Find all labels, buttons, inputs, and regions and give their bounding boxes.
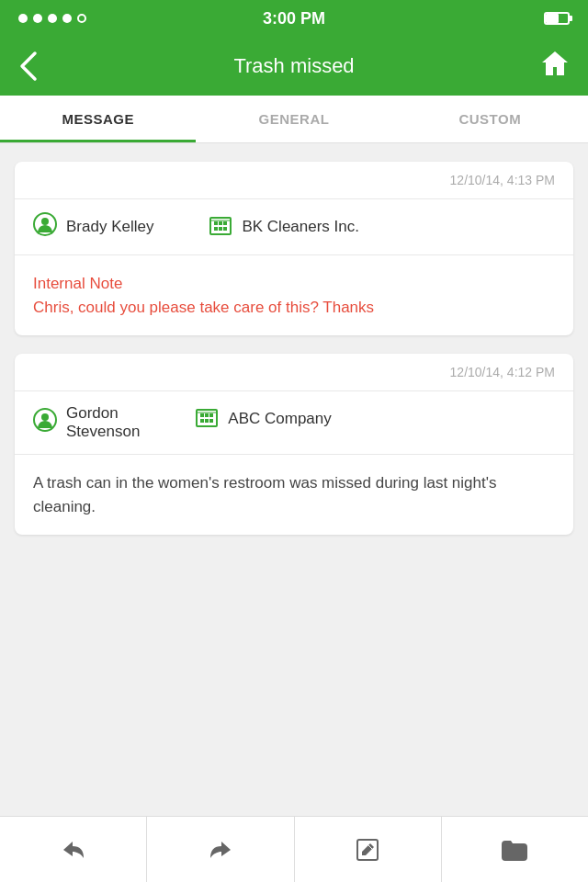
svg-point-1	[41, 218, 49, 225]
card-2-company-name: ABC Company	[228, 410, 331, 428]
battery-fill	[546, 14, 559, 23]
message-card-1: 12/10/14, 4:13 PM Brady Kelley	[15, 162, 573, 335]
home-button[interactable]	[540, 49, 570, 85]
card-2-body-text: A trash can in the women's restroom was …	[33, 474, 496, 515]
tab-custom[interactable]: CUSTOM	[392, 96, 588, 142]
svg-rect-7	[219, 227, 222, 231]
dot-1	[18, 14, 28, 23]
dot-3	[48, 14, 57, 23]
svg-rect-4	[219, 221, 222, 225]
card-2-header: 12/10/14, 4:12 PM	[15, 354, 573, 391]
card-1-body-text: Internal NoteChris, could you please tak…	[33, 275, 374, 316]
svg-rect-5	[223, 221, 227, 225]
card-2-meta: GordonStevenson ABC Company	[15, 391, 573, 455]
status-bar: 3:00 PM	[0, 0, 588, 37]
dot-2	[33, 14, 42, 23]
reply-icon	[60, 836, 87, 864]
reply-button[interactable]	[0, 817, 147, 882]
company-icon-2	[195, 404, 219, 434]
svg-rect-12	[200, 413, 204, 417]
svg-rect-15	[200, 419, 204, 423]
page-title: Trash missed	[233, 54, 354, 78]
svg-rect-17	[209, 419, 213, 423]
tab-general[interactable]: GENERAL	[196, 96, 391, 142]
person-icon-2	[33, 408, 57, 437]
folder-icon	[500, 837, 529, 863]
svg-rect-16	[205, 419, 209, 423]
card-2-timestamp: 12/10/14, 4:12 PM	[450, 365, 555, 379]
card-2-person: GordonStevenson	[33, 404, 140, 441]
content-area: 12/10/14, 4:13 PM Brady Kelley	[0, 143, 588, 553]
svg-rect-3	[214, 221, 218, 225]
svg-rect-13	[205, 413, 209, 417]
card-1-company: BK Cleaners Inc.	[209, 212, 359, 242]
svg-rect-8	[223, 227, 227, 231]
battery-icon	[544, 12, 570, 25]
forward-button[interactable]	[147, 817, 294, 882]
svg-point-10	[41, 413, 49, 421]
folder-button[interactable]	[442, 817, 588, 882]
signal-dots	[18, 14, 86, 23]
back-button[interactable]	[18, 50, 39, 83]
card-1-body: Internal NoteChris, could you please tak…	[15, 255, 573, 335]
svg-rect-6	[214, 227, 218, 231]
header: Trash missed	[0, 37, 588, 96]
card-2-body: A trash can in the women's restroom was …	[15, 455, 573, 535]
message-card-2: 12/10/14, 4:12 PM GordonStevenson	[15, 354, 573, 535]
card-2-person-name: GordonStevenson	[66, 404, 140, 441]
card-2-company: ABC Company	[195, 404, 331, 434]
status-time: 3:00 PM	[263, 9, 325, 28]
card-1-person: Brady Kelley	[33, 212, 153, 242]
svg-rect-14	[209, 413, 213, 417]
tab-message[interactable]: MESSAGE	[0, 96, 196, 142]
edit-button[interactable]	[295, 817, 442, 882]
back-icon	[18, 50, 39, 83]
card-1-timestamp: 12/10/14, 4:13 PM	[450, 173, 555, 187]
tabs-bar: MESSAGE GENERAL CUSTOM	[0, 96, 588, 143]
card-1-company-name: BK Cleaners Inc.	[242, 218, 359, 236]
forward-icon	[207, 836, 234, 864]
edit-icon	[354, 836, 381, 864]
dot-4	[62, 14, 72, 23]
card-1-meta: Brady Kelley BK Cleaners Inc.	[15, 199, 573, 255]
card-1-person-name: Brady Kelley	[66, 218, 153, 236]
dot-5	[77, 14, 86, 23]
home-icon	[540, 49, 570, 78]
person-icon-1	[33, 212, 57, 242]
bottom-toolbar	[0, 816, 588, 882]
company-icon-1	[209, 212, 232, 242]
card-1-header: 12/10/14, 4:13 PM	[15, 162, 573, 199]
